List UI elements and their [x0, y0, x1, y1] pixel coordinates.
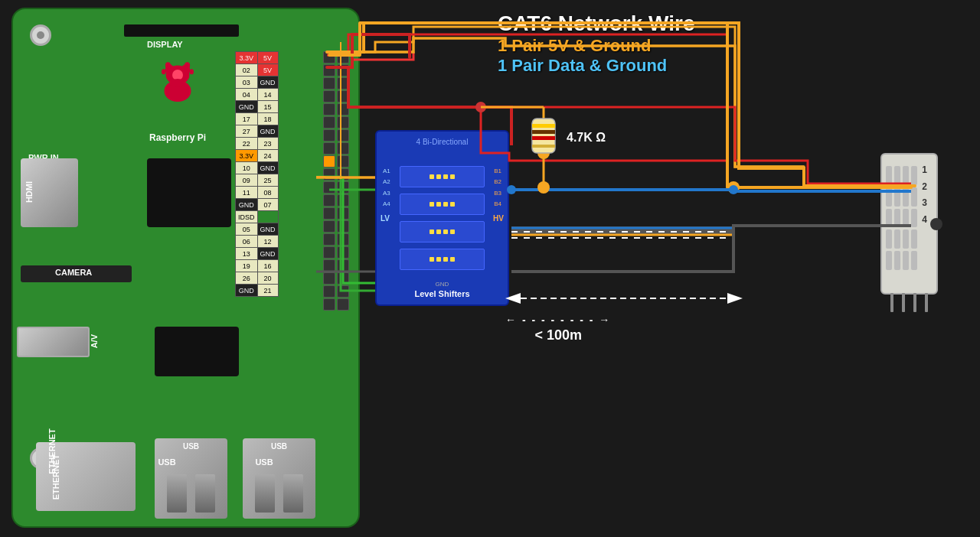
chip-component-2 [155, 327, 239, 376]
dht22-pin-numbers: 1234 [922, 162, 927, 228]
display-connector [124, 24, 239, 37]
dht22-pins [886, 293, 933, 312]
svg-rect-15 [532, 119, 555, 153]
av-port [17, 327, 90, 357]
raspberry-pi-board: DISPLAY Raspberry Pi PWR IN HDM [11, 8, 360, 528]
usb1-label: USB [155, 442, 227, 451]
usb-port-2: USB [243, 438, 315, 519]
title-area: CAT6 Network Wire 1 Pair 5V & Ground 1 P… [498, 11, 695, 76]
rpi-logo-area: Raspberry Pi [132, 59, 224, 143]
ls-gnd-label: GND [436, 281, 449, 288]
ls-hv-label: HV [493, 214, 504, 223]
svg-text:4.7K Ω: 4.7K Ω [567, 131, 606, 144]
svg-rect-19 [532, 145, 555, 148]
svg-point-22 [537, 181, 550, 194]
svg-rect-18 [532, 136, 555, 140]
ls-a-pins: A1A2A3A4 [383, 166, 390, 210]
display-label: DISPLAY [147, 40, 183, 49]
ls-bottom-label: Level Shifters [377, 289, 508, 298]
usb-port-1: USB [155, 438, 227, 519]
gpio-table: 3.3V5V 025V 03GND 0414 GND15 1718 27GND … [235, 51, 279, 297]
hdmi-label: HDMI [24, 181, 34, 203]
av-label: A/V [90, 334, 99, 348]
svg-point-10 [476, 103, 485, 112]
mount-hole-top-left [30, 24, 51, 46]
title-main: CAT6 Network Wire [498, 11, 695, 36]
title-sub1: 1 Pair 5V & Ground [498, 36, 695, 56]
svg-point-21 [475, 102, 486, 112]
gpio-area: 3.3V5V 025V 03GND 0414 GND15 1718 27GND … [235, 51, 327, 376]
distance-arrow: ← - - - - - - - - → [505, 314, 611, 326]
svg-rect-17 [532, 130, 555, 134]
svg-point-12 [727, 181, 740, 194]
ethernet-label: ETHERNET [51, 454, 60, 500]
svg-point-7 [185, 62, 190, 68]
dht22-sensor: 1234 [880, 153, 938, 295]
title-sub2: 1 Pair Data & Ground [498, 56, 695, 76]
svg-point-14 [729, 185, 738, 194]
level-shifter-board: 4 Bi-Directional Level Shifters LV HV A1… [375, 130, 509, 306]
svg-point-5 [170, 79, 186, 87]
chip-component-1 [147, 158, 231, 227]
svg-point-9 [189, 69, 194, 74]
rpi-name-label: Raspberry Pi [132, 132, 224, 143]
dht22-hole [930, 218, 942, 230]
rpi-logo-icon [151, 59, 204, 112]
svg-rect-16 [532, 124, 555, 128]
camera-label: CAMERA [55, 268, 92, 277]
usb2-label: USB [243, 442, 315, 451]
distance-value: < 100m [505, 327, 611, 343]
distance-label: ← - - - - - - - - → < 100m [505, 314, 611, 343]
gpio-physical-pins [323, 51, 349, 311]
main-canvas: DISPLAY Raspberry Pi PWR IN HDM [0, 0, 980, 537]
ls-lv-label: LV [381, 214, 390, 223]
ls-top-label: 4 Bi-Directional [377, 138, 508, 146]
svg-point-8 [162, 69, 166, 74]
dht22-grid [886, 166, 917, 270]
ls-b-pins: B1B2B3B4 [494, 166, 501, 210]
svg-point-11 [537, 147, 550, 159]
svg-point-6 [165, 62, 171, 68]
ls-chips-area [400, 155, 485, 282]
